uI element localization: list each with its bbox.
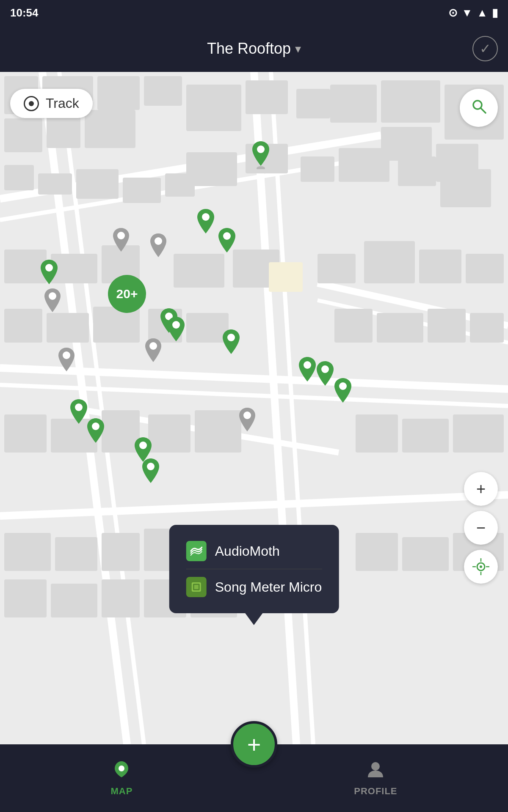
gray-pin-1[interactable] bbox=[111, 226, 131, 254]
svg-point-88 bbox=[227, 334, 235, 341]
svg-point-94 bbox=[139, 442, 147, 449]
svg-rect-66 bbox=[55, 537, 97, 571]
svg-point-85 bbox=[45, 264, 53, 272]
svg-rect-61 bbox=[195, 410, 241, 453]
check-button[interactable]: ✓ bbox=[472, 36, 498, 61]
plus-icon: + bbox=[247, 731, 261, 758]
svg-point-93 bbox=[339, 382, 347, 390]
search-icon bbox=[470, 98, 487, 118]
green-pin-1[interactable] bbox=[250, 140, 272, 169]
green-pin-12[interactable] bbox=[332, 376, 354, 406]
svg-rect-70 bbox=[356, 533, 398, 571]
green-pin-2[interactable] bbox=[195, 207, 217, 237]
svg-rect-65 bbox=[4, 533, 51, 571]
svg-point-90 bbox=[92, 422, 99, 430]
svg-rect-20 bbox=[186, 85, 241, 131]
profile-icon bbox=[366, 760, 385, 783]
svg-rect-42 bbox=[174, 254, 224, 288]
svg-rect-24 bbox=[381, 80, 440, 123]
popup-audiomoth[interactable]: AudioMoth bbox=[186, 533, 322, 569]
svg-point-95 bbox=[147, 463, 155, 470]
gray-pin-4[interactable] bbox=[56, 346, 77, 374]
svg-rect-17 bbox=[4, 118, 42, 152]
gray-pin-5[interactable] bbox=[143, 337, 163, 365]
check-icon: ✓ bbox=[480, 41, 491, 57]
svg-rect-23 bbox=[330, 85, 377, 123]
track-icon bbox=[24, 96, 39, 111]
svg-point-84 bbox=[223, 232, 231, 240]
nav-profile[interactable]: PROFILE bbox=[354, 760, 397, 797]
svg-rect-19 bbox=[85, 110, 135, 148]
status-icons: ⊙ ▼ ▲ ▮ bbox=[448, 6, 498, 19]
songmeter-icon bbox=[186, 577, 207, 597]
wifi-icon: ▼ bbox=[462, 6, 473, 19]
battery-icon: ▮ bbox=[492, 6, 498, 19]
svg-rect-35 bbox=[301, 156, 334, 182]
svg-line-80 bbox=[481, 108, 486, 113]
header-title[interactable]: The Rooftop ▾ bbox=[207, 40, 301, 58]
svg-point-91 bbox=[304, 361, 311, 369]
svg-rect-71 bbox=[402, 537, 449, 571]
svg-rect-67 bbox=[102, 533, 140, 571]
svg-point-97 bbox=[155, 237, 162, 245]
nav-map[interactable]: MAP bbox=[110, 760, 133, 797]
zoom-out-button[interactable]: − bbox=[464, 511, 498, 545]
svg-point-101 bbox=[243, 411, 251, 419]
gray-pin-3[interactable] bbox=[42, 287, 63, 315]
location-icon: ⊙ bbox=[448, 6, 458, 19]
track-button[interactable]: Track bbox=[10, 89, 93, 118]
green-pin-3[interactable] bbox=[216, 226, 238, 256]
green-pin-9[interactable] bbox=[85, 417, 107, 446]
popup-songmeter[interactable]: Song Meter Micro bbox=[186, 569, 322, 605]
svg-rect-46 bbox=[419, 250, 461, 283]
locate-button[interactable] bbox=[464, 550, 498, 584]
svg-point-81 bbox=[257, 166, 265, 169]
svg-rect-57 bbox=[4, 414, 47, 453]
svg-rect-53 bbox=[334, 309, 373, 343]
svg-rect-21 bbox=[246, 80, 288, 114]
svg-point-98 bbox=[49, 292, 56, 300]
cluster-badge[interactable]: 20+ bbox=[108, 275, 146, 313]
svg-point-106 bbox=[480, 565, 482, 568]
green-pin-14[interactable] bbox=[140, 457, 162, 486]
svg-rect-73 bbox=[4, 579, 47, 617]
svg-rect-22 bbox=[296, 89, 330, 118]
svg-rect-48 bbox=[4, 309, 42, 343]
svg-rect-29 bbox=[38, 173, 72, 195]
map-icon bbox=[112, 760, 131, 783]
add-button[interactable]: + bbox=[231, 721, 277, 768]
zoom-in-button[interactable]: + bbox=[464, 472, 498, 506]
audiomoth-label: AudioMoth bbox=[215, 543, 280, 559]
green-pin-4[interactable] bbox=[38, 258, 60, 288]
svg-point-99 bbox=[63, 351, 70, 359]
songmeter-label: Song Meter Micro bbox=[215, 579, 322, 595]
svg-point-87 bbox=[172, 321, 180, 329]
venue-name: The Rooftop bbox=[207, 40, 291, 58]
green-pin-7[interactable] bbox=[220, 328, 242, 357]
profile-label: PROFILE bbox=[354, 786, 397, 797]
svg-rect-15 bbox=[97, 76, 140, 110]
device-type-popup: AudioMoth Song Meter Micro bbox=[169, 525, 339, 613]
app-header: The Rooftop ▾ ✓ bbox=[0, 25, 508, 72]
map-area[interactable]: Track bbox=[0, 72, 508, 744]
gray-pin-6[interactable] bbox=[237, 406, 257, 434]
svg-rect-31 bbox=[123, 178, 161, 203]
dropdown-icon[interactable]: ▾ bbox=[295, 42, 301, 56]
cluster-count: 20+ bbox=[116, 287, 138, 301]
svg-point-96 bbox=[117, 232, 125, 239]
green-pin-6[interactable] bbox=[165, 315, 187, 345]
svg-rect-45 bbox=[364, 241, 415, 283]
svg-rect-30 bbox=[76, 169, 119, 199]
svg-point-83 bbox=[202, 213, 210, 221]
gray-pin-2[interactable] bbox=[148, 232, 168, 260]
status-bar: 10:54 ⊙ ▼ ▲ ▮ bbox=[0, 0, 508, 25]
time-display: 10:54 bbox=[10, 6, 39, 19]
svg-point-82 bbox=[257, 145, 265, 153]
svg-rect-60 bbox=[148, 414, 190, 453]
svg-rect-62 bbox=[356, 414, 398, 453]
svg-rect-47 bbox=[466, 254, 504, 283]
svg-rect-37 bbox=[398, 156, 436, 186]
search-button[interactable] bbox=[460, 89, 498, 127]
track-label: Track bbox=[46, 96, 79, 111]
minus-icon: − bbox=[476, 519, 486, 537]
